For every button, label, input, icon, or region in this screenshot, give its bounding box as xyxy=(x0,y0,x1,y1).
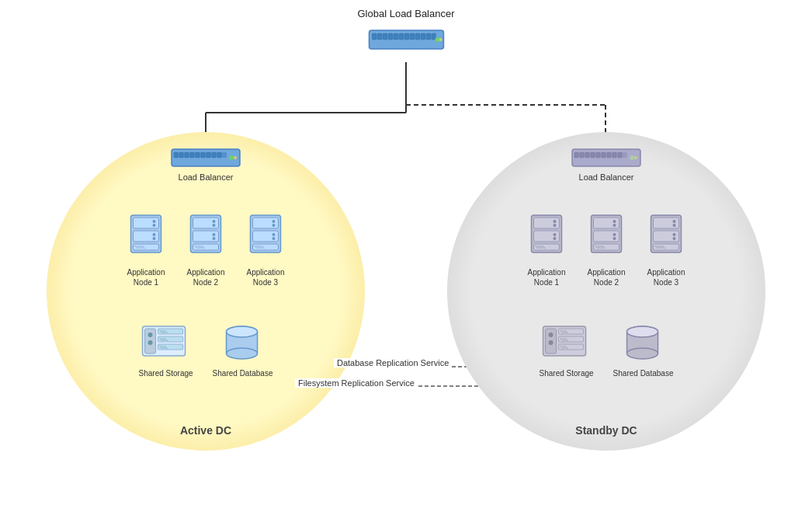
active-node-1: ApplicationNode 1 xyxy=(125,214,168,287)
svg-point-132 xyxy=(613,220,616,223)
svg-rect-109 xyxy=(585,152,589,158)
server-icon xyxy=(645,214,688,264)
active-lb-label: Load Balancer xyxy=(179,172,234,182)
svg-point-157 xyxy=(548,340,553,345)
svg-rect-87 xyxy=(158,329,182,334)
svg-point-65 xyxy=(213,237,216,240)
fs-replication-label: Filesystem Replication Service xyxy=(295,378,418,388)
glb-label: Global Load Balancer xyxy=(357,8,454,19)
svg-rect-48 xyxy=(134,218,159,228)
db-replication-label: Database Replication Service xyxy=(334,358,452,367)
svg-point-85 xyxy=(147,333,152,337)
standby-node-1-label: ApplicationNode 1 xyxy=(528,267,566,287)
svg-rect-26 xyxy=(404,33,408,40)
server-icon xyxy=(585,214,628,264)
standby-dc-label: Standby DC xyxy=(447,424,765,437)
svg-point-123 xyxy=(553,233,557,236)
standby-shared-storage-label: Shared Storage xyxy=(540,368,594,378)
svg-point-76 xyxy=(272,233,276,236)
active-lb-container: Load Balancer xyxy=(171,146,241,182)
active-node-1-label: ApplicationNode 1 xyxy=(127,267,165,287)
active-node-2-label: ApplicationNode 2 xyxy=(187,267,225,287)
active-nodes-row: ApplicationNode 1 App xyxy=(125,214,287,287)
standby-lb-label: Load Balancer xyxy=(579,172,634,182)
svg-point-53 xyxy=(153,237,156,240)
svg-rect-115 xyxy=(618,152,622,158)
svg-rect-25 xyxy=(399,33,403,40)
diagram: Global Load Balancer xyxy=(0,0,812,505)
standby-shared-storage: Shared Storage xyxy=(540,322,594,378)
glb-container: Global Load Balancer xyxy=(357,8,454,55)
svg-point-45 xyxy=(229,155,234,160)
svg-rect-36 xyxy=(174,152,178,158)
svg-rect-38 xyxy=(185,152,189,158)
svg-rect-134 xyxy=(594,231,619,242)
server-icon xyxy=(185,214,227,264)
svg-point-64 xyxy=(213,233,216,236)
svg-point-52 xyxy=(153,233,156,236)
svg-rect-22 xyxy=(383,33,387,40)
svg-point-156 xyxy=(548,333,553,337)
standby-storage-row: Shared Storage Shared Database xyxy=(540,322,674,378)
svg-rect-119 xyxy=(534,218,560,228)
svg-point-136 xyxy=(613,237,616,240)
svg-rect-137 xyxy=(594,244,619,250)
active-storage-row: Shared Storage Shared Database xyxy=(139,322,273,378)
svg-rect-41 xyxy=(201,152,205,158)
database-icon xyxy=(622,322,665,365)
svg-rect-54 xyxy=(134,244,159,250)
standby-nodes-row: ApplicationNode 1 App xyxy=(526,214,688,287)
svg-point-116 xyxy=(630,155,634,160)
svg-rect-60 xyxy=(193,218,219,228)
svg-point-144 xyxy=(673,220,676,223)
standby-shared-db-label: Shared Database xyxy=(613,368,674,378)
svg-rect-160 xyxy=(558,344,583,350)
svg-rect-37 xyxy=(179,152,183,158)
svg-rect-28 xyxy=(415,33,419,40)
svg-rect-31 xyxy=(432,33,435,40)
svg-rect-30 xyxy=(426,33,430,40)
svg-point-61 xyxy=(213,220,216,223)
svg-rect-51 xyxy=(134,231,159,242)
svg-point-77 xyxy=(272,237,276,240)
svg-point-124 xyxy=(553,237,557,240)
svg-rect-20 xyxy=(372,33,376,40)
svg-point-46 xyxy=(234,156,237,159)
active-lb-switch-icon xyxy=(171,146,241,169)
active-dc-circle: Load Balancer xyxy=(47,132,365,451)
svg-rect-108 xyxy=(580,152,584,158)
svg-point-74 xyxy=(272,224,276,227)
standby-node-2: ApplicationNode 2 xyxy=(585,214,628,287)
svg-point-120 xyxy=(553,220,557,223)
svg-rect-72 xyxy=(253,218,279,228)
svg-rect-143 xyxy=(654,218,679,228)
svg-point-101 xyxy=(227,348,258,359)
svg-rect-125 xyxy=(534,244,560,250)
standby-lb-switch-icon xyxy=(571,146,641,169)
glb-switch-icon xyxy=(367,24,445,55)
svg-point-49 xyxy=(153,220,156,223)
active-shared-db-label: Shared Database xyxy=(213,368,273,378)
svg-point-147 xyxy=(673,233,676,236)
svg-rect-158 xyxy=(558,329,583,334)
active-dc-label: Active DC xyxy=(47,424,365,437)
svg-point-33 xyxy=(439,38,442,41)
svg-point-62 xyxy=(213,224,216,227)
active-shared-db: Shared Database xyxy=(213,322,273,378)
svg-rect-122 xyxy=(534,231,560,242)
nas-icon xyxy=(541,322,592,365)
svg-point-148 xyxy=(673,237,676,240)
svg-rect-40 xyxy=(196,152,200,158)
server-icon xyxy=(245,214,287,264)
standby-node-3: ApplicationNode 3 xyxy=(645,214,688,287)
svg-point-175 xyxy=(627,326,658,337)
server-icon xyxy=(526,214,568,264)
active-node-3: ApplicationNode 3 xyxy=(245,214,287,287)
svg-rect-131 xyxy=(594,218,619,228)
standby-lb-container: Load Balancer xyxy=(571,146,641,182)
standby-dc-circle: Load Balancer xyxy=(447,132,765,451)
svg-point-172 xyxy=(627,348,658,359)
svg-point-86 xyxy=(147,340,152,345)
svg-rect-110 xyxy=(591,152,595,158)
svg-point-50 xyxy=(153,224,156,227)
